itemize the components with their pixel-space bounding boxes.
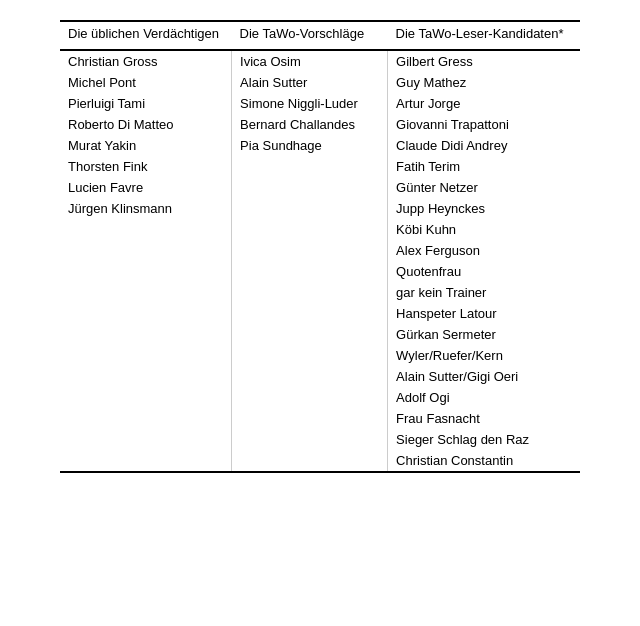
col3-cell: Christian Constantin: [388, 450, 580, 472]
col1-cell: [60, 240, 232, 261]
col2-cell: [232, 240, 388, 261]
table-row: Jürgen KlinsmannJupp Heynckes: [60, 198, 580, 219]
col3-cell: Günter Netzer: [388, 177, 580, 198]
col1-cell: [60, 429, 232, 450]
col2-cell: [232, 219, 388, 240]
candidates-table: Die üblichen Verdächtigen Die TaWo-Vorsc…: [60, 20, 580, 473]
col1-cell: [60, 408, 232, 429]
col1-cell: Christian Gross: [60, 50, 232, 72]
col2-cell: [232, 156, 388, 177]
col2-cell: Ivica Osim: [232, 50, 388, 72]
header-col1: Die üblichen Verdächtigen: [60, 21, 232, 50]
table-row: Alex Ferguson: [60, 240, 580, 261]
col2-cell: [232, 198, 388, 219]
table-row: Adolf Ogi: [60, 387, 580, 408]
col3-cell: Jupp Heynckes: [388, 198, 580, 219]
col3-cell: Artur Jorge: [388, 93, 580, 114]
col3-cell: Adolf Ogi: [388, 387, 580, 408]
col1-cell: [60, 219, 232, 240]
table-row: Christian GrossIvica OsimGilbert Gress: [60, 50, 580, 72]
col2-cell: [232, 408, 388, 429]
col2-cell: [232, 450, 388, 472]
table-row: gar kein Trainer: [60, 282, 580, 303]
table-row: Murat YakinPia SundhageClaude Didi Andre…: [60, 135, 580, 156]
table-row: Thorsten FinkFatih Terim: [60, 156, 580, 177]
col1-cell: [60, 387, 232, 408]
col2-cell: [232, 282, 388, 303]
table-row: Wyler/Ruefer/Kern: [60, 345, 580, 366]
col2-cell: [232, 303, 388, 324]
col1-cell: [60, 261, 232, 282]
col2-cell: [232, 261, 388, 282]
col3-cell: Quotenfrau: [388, 261, 580, 282]
col1-cell: Pierluigi Tami: [60, 93, 232, 114]
col2-cell: [232, 366, 388, 387]
col1-cell: [60, 366, 232, 387]
col1-cell: [60, 450, 232, 472]
col2-cell: [232, 429, 388, 450]
table-row: Alain Sutter/Gigi Oeri: [60, 366, 580, 387]
col3-cell: Claude Didi Andrey: [388, 135, 580, 156]
header-col3: Die TaWo-Leser-Kandidaten*: [388, 21, 580, 50]
col1-cell: [60, 282, 232, 303]
table-row: Hanspeter Latour: [60, 303, 580, 324]
col1-cell: Jürgen Klinsmann: [60, 198, 232, 219]
col3-cell: Köbi Kuhn: [388, 219, 580, 240]
col3-cell: Guy Mathez: [388, 72, 580, 93]
col3-cell: Fatih Terim: [388, 156, 580, 177]
col3-cell: Wyler/Ruefer/Kern: [388, 345, 580, 366]
col3-cell: Hanspeter Latour: [388, 303, 580, 324]
col1-cell: [60, 324, 232, 345]
table-row: Frau Fasnacht: [60, 408, 580, 429]
col2-cell: Pia Sundhage: [232, 135, 388, 156]
col3-cell: gar kein Trainer: [388, 282, 580, 303]
col2-cell: [232, 324, 388, 345]
col2-cell: Alain Sutter: [232, 72, 388, 93]
col1-cell: Roberto Di Matteo: [60, 114, 232, 135]
col1-cell: Thorsten Fink: [60, 156, 232, 177]
col2-cell: [232, 345, 388, 366]
col2-cell: Simone Niggli-Luder: [232, 93, 388, 114]
col2-cell: [232, 177, 388, 198]
col3-cell: Giovanni Trapattoni: [388, 114, 580, 135]
header-row: Die üblichen Verdächtigen Die TaWo-Vorsc…: [60, 21, 580, 50]
table-row: Pierluigi TamiSimone Niggli-LuderArtur J…: [60, 93, 580, 114]
col3-cell: Gürkan Sermeter: [388, 324, 580, 345]
table-row: Gürkan Sermeter: [60, 324, 580, 345]
col3-cell: Sieger Schlag den Raz: [388, 429, 580, 450]
col1-cell: [60, 345, 232, 366]
table-row: Quotenfrau: [60, 261, 580, 282]
table-row: Roberto Di MatteoBernard ChallandesGiova…: [60, 114, 580, 135]
col3-cell: Alain Sutter/Gigi Oeri: [388, 366, 580, 387]
col3-cell: Alex Ferguson: [388, 240, 580, 261]
col1-cell: Murat Yakin: [60, 135, 232, 156]
main-table-container: Die üblichen Verdächtigen Die TaWo-Vorsc…: [60, 20, 580, 473]
col3-cell: Frau Fasnacht: [388, 408, 580, 429]
col1-cell: Michel Pont: [60, 72, 232, 93]
col1-cell: Lucien Favre: [60, 177, 232, 198]
col1-cell: [60, 303, 232, 324]
table-row: Lucien FavreGünter Netzer: [60, 177, 580, 198]
header-col2: Die TaWo-Vorschläge: [232, 21, 388, 50]
table-row: Christian Constantin: [60, 450, 580, 472]
table-row: Michel PontAlain SutterGuy Mathez: [60, 72, 580, 93]
col3-cell: Gilbert Gress: [388, 50, 580, 72]
col2-cell: [232, 387, 388, 408]
table-row: Köbi Kuhn: [60, 219, 580, 240]
col2-cell: Bernard Challandes: [232, 114, 388, 135]
table-row: Sieger Schlag den Raz: [60, 429, 580, 450]
